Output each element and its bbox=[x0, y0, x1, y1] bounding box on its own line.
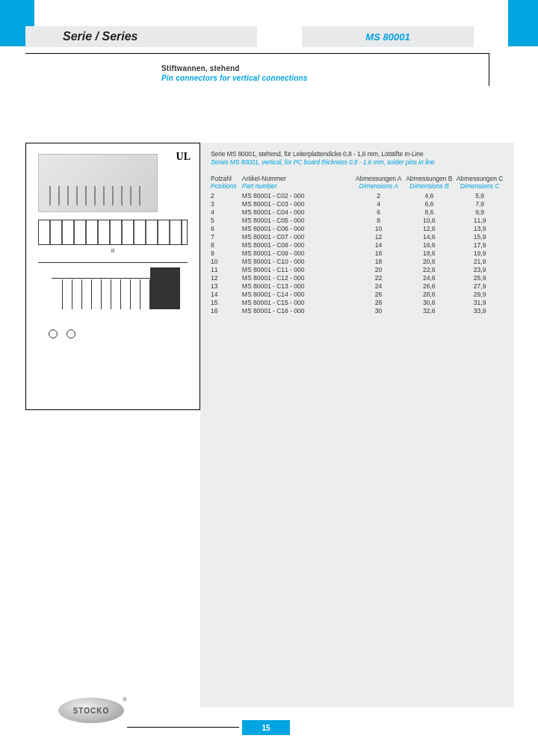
table-header-row: Polzahl Positions Artikel-Nummer Part nu… bbox=[211, 175, 505, 191]
table-cell: 32,6 bbox=[404, 306, 454, 315]
drawing-top-view bbox=[38, 220, 188, 245]
table-cell: 28,6 bbox=[404, 290, 454, 298]
table-cell: MS 80001 - C05 - 000 bbox=[242, 216, 353, 224]
table-row: 11MS 80001 - C11 - 0002022,623,9 bbox=[211, 265, 505, 273]
header-row: Serie / Series MS 80001 bbox=[25, 25, 489, 49]
table-cell: 29,9 bbox=[454, 290, 505, 298]
table-cell: 5,9 bbox=[454, 191, 505, 199]
footer-rule bbox=[127, 727, 239, 728]
col-part-number: Artikel-Nummer Part number bbox=[242, 175, 353, 191]
table-cell: 30,6 bbox=[404, 298, 454, 306]
table-row: 14MS 80001 - C14 - 0002628,629,9 bbox=[211, 290, 505, 298]
table-cell: 2 bbox=[353, 191, 404, 199]
drawing-footprint bbox=[44, 322, 134, 352]
table-cell: 10 bbox=[211, 257, 242, 265]
table-row: 5MS 80001 - C05 - 000810,611,9 bbox=[211, 216, 505, 224]
subtitle-block: Stiftwannen, stehend Pin connectors for … bbox=[161, 64, 308, 82]
table-cell: 12,6 bbox=[404, 224, 454, 232]
table-cell: 10 bbox=[353, 224, 404, 232]
table-cell: 15,9 bbox=[454, 232, 505, 241]
part-box: MS 80001 bbox=[302, 26, 474, 47]
page-number: 15 bbox=[242, 720, 290, 735]
page-number-text: 15 bbox=[262, 724, 270, 732]
table-cell: MS 80001 - C11 - 000 bbox=[242, 265, 353, 273]
series-box: Serie / Series bbox=[25, 26, 257, 47]
table-row: 9MS 80001 - C09 - 0001618,619,9 bbox=[211, 249, 505, 257]
table-cell: 14 bbox=[353, 241, 404, 249]
col-dim-c: Abmessungen C Dimensions C bbox=[454, 175, 505, 191]
table-cell: 19,9 bbox=[454, 249, 505, 257]
table-cell: 9 bbox=[211, 249, 242, 257]
table-cell: 7 bbox=[211, 232, 242, 241]
table-cell: 4,6 bbox=[404, 191, 454, 199]
table-cell: 10,6 bbox=[404, 216, 454, 224]
table-cell: 18 bbox=[353, 257, 404, 265]
spec-table: Polzahl Positions Artikel-Nummer Part nu… bbox=[211, 175, 505, 315]
table-cell: 20 bbox=[353, 265, 404, 273]
table-cell: 8,6 bbox=[404, 208, 454, 216]
table-row: 7MS 80001 - C07 - 0001214,615,9 bbox=[211, 232, 505, 241]
table-cell: 4 bbox=[211, 208, 242, 216]
part-label: MS 80001 bbox=[365, 31, 409, 43]
table-cell: 13 bbox=[211, 282, 242, 290]
table-cell: 24,6 bbox=[404, 273, 454, 282]
col-dim-b: Abmessungen B Dimensions B bbox=[404, 175, 454, 191]
technical-drawing: B bbox=[32, 220, 194, 352]
table-cell: 12 bbox=[211, 273, 242, 282]
table-row: 16MS 80001 - C16 - 0003032,633,9 bbox=[211, 306, 505, 315]
table-cell: 16,6 bbox=[404, 241, 454, 249]
table-row: 10MS 80001 - C10 - 0001820,621,9 bbox=[211, 257, 505, 265]
table-cell: MS 80001 - C16 - 000 bbox=[242, 306, 353, 315]
brand-logo: STOCKO ® bbox=[58, 698, 124, 725]
table-row: 6MS 80001 - C06 - 0001012,613,9 bbox=[211, 224, 505, 232]
table-cell: 16 bbox=[211, 306, 242, 315]
corner-decoration-tr bbox=[508, 0, 538, 46]
data-panel: Serie MS 80001, stehend, für Leiterplatt… bbox=[200, 143, 514, 707]
table-cell: 16 bbox=[353, 249, 404, 257]
table-cell: 28 bbox=[353, 298, 404, 306]
table-row: 2MS 80001 - C02 - 00024,65,9 bbox=[211, 191, 505, 199]
panel-heading-de: Serie MS 80001, stehend, für Leiterplatt… bbox=[211, 150, 505, 158]
table-cell: 2 bbox=[211, 191, 242, 199]
table-cell: 5 bbox=[211, 216, 242, 224]
table-cell: MS 80001 - C14 - 000 bbox=[242, 290, 353, 298]
col-positions: Polzahl Positions bbox=[211, 175, 242, 191]
table-cell: 31,9 bbox=[454, 298, 505, 306]
table-cell: 22 bbox=[353, 273, 404, 282]
subtitle-en: Pin connectors for vertical connections bbox=[161, 74, 308, 82]
table-cell: 25,9 bbox=[454, 273, 505, 282]
table-cell: MS 80001 - C06 - 000 bbox=[242, 224, 353, 232]
ul-certification-icon: UL bbox=[176, 151, 191, 163]
table-cell: 22,6 bbox=[404, 265, 454, 273]
table-row: 3MS 80001 - C03 - 00046,67,9 bbox=[211, 199, 505, 208]
table-cell: 26 bbox=[353, 290, 404, 298]
table-cell: 13,9 bbox=[454, 224, 505, 232]
table-cell: 7,9 bbox=[454, 199, 505, 208]
dim-label-b: B bbox=[32, 248, 194, 253]
table-cell: 17,9 bbox=[454, 241, 505, 249]
col-dim-a: Abmessungen A Dimensions A bbox=[353, 175, 404, 191]
table-cell: 27,9 bbox=[454, 282, 505, 290]
table-cell: 24 bbox=[353, 282, 404, 290]
table-cell: 15 bbox=[211, 298, 242, 306]
table-cell: 23,9 bbox=[454, 265, 505, 273]
table-cell: 20,6 bbox=[404, 257, 454, 265]
table-cell: 14 bbox=[211, 290, 242, 298]
table-cell: MS 80001 - C02 - 000 bbox=[242, 191, 353, 199]
table-cell: MS 80001 - C03 - 000 bbox=[242, 199, 353, 208]
table-cell: MS 80001 - C09 - 000 bbox=[242, 249, 353, 257]
table-cell: 6,6 bbox=[404, 199, 454, 208]
table-cell: MS 80001 - C15 - 000 bbox=[242, 298, 353, 306]
table-cell: MS 80001 - C10 - 000 bbox=[242, 257, 353, 265]
logo-ellipse-icon: STOCKO ® bbox=[58, 698, 124, 723]
drawing-side-view bbox=[38, 262, 188, 317]
table-cell: 21,9 bbox=[454, 257, 505, 265]
panel-heading-en: Series MS 80001, vertical, for PC board … bbox=[211, 158, 505, 166]
table-cell: 18,6 bbox=[404, 249, 454, 257]
registered-icon: ® bbox=[123, 696, 127, 703]
table-cell: 11,9 bbox=[454, 216, 505, 224]
table-cell: 9,9 bbox=[454, 208, 505, 216]
table-cell: MS 80001 - C13 - 000 bbox=[242, 282, 353, 290]
table-cell: 12 bbox=[353, 232, 404, 241]
logo-text: STOCKO bbox=[73, 707, 110, 715]
